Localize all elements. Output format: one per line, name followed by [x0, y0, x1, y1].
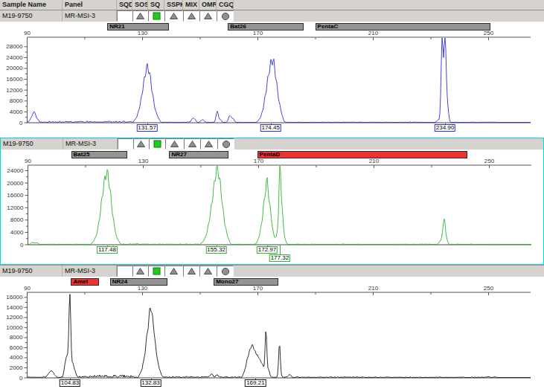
peak-size-label[interactable]: 172.97: [257, 246, 278, 254]
peak-size-label[interactable]: 104.83: [60, 379, 80, 387]
flag-cell-sspk[interactable]: [165, 138, 184, 150]
flag-cell-cgq[interactable]: [217, 266, 234, 277]
column-header-sos[interactable]: SOS: [132, 0, 148, 10]
flag-cell-mix[interactable]: [183, 10, 199, 22]
flag-cell-sqd[interactable]: [117, 266, 132, 277]
electropherogram-panels-container: M19-9750MR-MSI-3901301702102500400080001…: [0, 10, 544, 392]
panel-name-cell[interactable]: MR-MSI-3: [63, 10, 117, 22]
chart-area: 9013017021025004000800012000160002000024…: [1, 150, 543, 265]
marker-bar-bat25: Bat25: [71, 151, 128, 158]
x-tick-label: 90: [24, 30, 31, 36]
chart-area: 9013017021025004000800012000160002000024…: [0, 22, 544, 138]
flag-cell-omr[interactable]: [199, 266, 217, 277]
gray-circle-flag-icon: [222, 140, 231, 149]
info-row-filler: [234, 266, 544, 277]
y-tick-label: 2000: [10, 364, 23, 371]
y-tick-label: 10000: [6, 324, 23, 331]
electropherogram-panel-1[interactable]: M19-9750MR-MSI-3901301702102500400080001…: [0, 10, 544, 138]
column-header-sample-name[interactable]: Sample Name: [0, 0, 63, 10]
marker-bar-pentad: PentaD: [257, 151, 468, 158]
panel-name-cell[interactable]: MR-MSI-3: [63, 138, 118, 150]
flag-cell-cgq[interactable]: [217, 10, 234, 22]
gray-circle-flag-icon: [221, 12, 230, 21]
column-header-cgq[interactable]: CGQ: [217, 0, 234, 10]
flag-cell-sos[interactable]: [132, 266, 148, 277]
sample-name-cell[interactable]: M19-9750: [0, 266, 63, 277]
peak-size-label[interactable]: 174.45: [260, 124, 281, 132]
trace-plot: 9013017021025004000800012000160002000024…: [0, 22, 544, 138]
peak-size-label[interactable]: 117.48: [97, 246, 118, 254]
x-tick-label: 250: [484, 285, 494, 292]
y-tick-label: 8000: [10, 216, 24, 223]
column-header-panel[interactable]: Panel: [63, 0, 117, 10]
electropherogram-panel-3[interactable]: M19-9750MR-MSI-3901301702102500200040006…: [0, 265, 544, 392]
column-header-sspk[interactable]: SSPK: [164, 0, 183, 10]
green-square-flag-icon: [153, 140, 161, 148]
gray-triangle-flag-icon: [204, 140, 214, 148]
column-header-omr[interactable]: OMR: [199, 0, 217, 10]
marker-bar-nr24: NR24: [110, 278, 167, 286]
flag-cell-omr[interactable]: [200, 138, 217, 150]
gray-triangle-flag-icon: [203, 12, 213, 20]
peak-size-label[interactable]: 131.57: [136, 124, 157, 132]
flag-cell-sq[interactable]: [148, 10, 164, 22]
y-tick-label: 0: [19, 120, 23, 126]
y-tick-label: 28000: [6, 43, 23, 50]
gray-triangle-flag-icon: [135, 12, 145, 20]
peak-size-label[interactable]: 234.90: [435, 124, 455, 132]
x-tick-label: 130: [138, 30, 148, 36]
x-tick-label: 210: [368, 30, 379, 36]
column-header-filler: [234, 0, 544, 10]
sample-info-row: M19-9750MR-MSI-3: [0, 10, 544, 22]
signal-trace: [28, 166, 531, 245]
x-tick-label: 250: [484, 30, 494, 36]
column-header-sqd[interactable]: SQD: [117, 0, 132, 10]
flag-cell-omr[interactable]: [199, 10, 217, 22]
y-tick-label: 12000: [6, 87, 23, 94]
peak-size-label[interactable]: 177.32: [269, 254, 290, 262]
x-tick-label: 90: [25, 158, 31, 164]
y-tick-label: 8000: [10, 97, 23, 104]
x-tick-label: 170: [253, 30, 263, 36]
y-tick-label: 16000: [7, 192, 24, 199]
green-square-flag-icon: [153, 12, 161, 20]
flag-cell-cgq[interactable]: [217, 138, 234, 150]
signal-trace: [28, 38, 531, 123]
sample-info-row: M19-9750MR-MSI-3: [0, 266, 544, 277]
panel-name-cell[interactable]: MR-MSI-3: [63, 266, 117, 277]
flag-cell-sq[interactable]: [149, 138, 165, 150]
flag-cell-mix[interactable]: [184, 138, 200, 150]
x-tick-label: 130: [138, 158, 149, 164]
peak-size-label[interactable]: 132.83: [140, 379, 161, 387]
signal-trace: [28, 295, 531, 378]
electropherogram-panel-2[interactable]: M19-9750MR-MSI-3901301702102500400080001…: [0, 138, 544, 265]
peak-size-label[interactable]: 155.32: [205, 246, 226, 254]
marker-bar-amel: Amel: [71, 278, 98, 286]
flag-cell-sos[interactable]: [132, 10, 148, 22]
trace-plot: 9013017021025002000400060008000100001200…: [0, 277, 544, 392]
marker-bar-nr21: NR21: [107, 23, 169, 30]
flag-cell-sspk[interactable]: [164, 10, 183, 22]
sample-name-cell[interactable]: M19-9750: [1, 138, 63, 150]
flag-cell-sq[interactable]: [148, 266, 164, 277]
y-tick-label: 24000: [6, 54, 23, 61]
y-tick-label: 4000: [10, 354, 23, 361]
column-header-mix[interactable]: MIX: [183, 0, 199, 10]
y-tick-label: 24000: [7, 167, 24, 174]
flag-cell-sspk[interactable]: [164, 266, 183, 277]
peak-label-leader: [280, 245, 281, 254]
x-tick-label: 210: [369, 158, 380, 164]
flag-cell-sos[interactable]: [133, 138, 149, 150]
gray-triangle-flag-icon: [203, 267, 213, 275]
y-tick-label: 8000: [10, 334, 23, 341]
table-header-row: Sample NamePanelSQDSOSSQSSPKMIXOMRCGQ: [0, 0, 544, 10]
marker-bar-pentac: PentaC: [316, 23, 490, 30]
info-row-filler: [234, 10, 544, 22]
gray-triangle-flag-icon: [169, 12, 179, 20]
sample-name-cell[interactable]: M19-9750: [0, 10, 63, 22]
flag-cell-sqd[interactable]: [118, 138, 133, 150]
column-header-sq[interactable]: SQ: [148, 0, 164, 10]
peak-size-label[interactable]: 169.21: [245, 379, 266, 387]
flag-cell-sqd[interactable]: [117, 10, 132, 22]
flag-cell-mix[interactable]: [183, 266, 199, 277]
